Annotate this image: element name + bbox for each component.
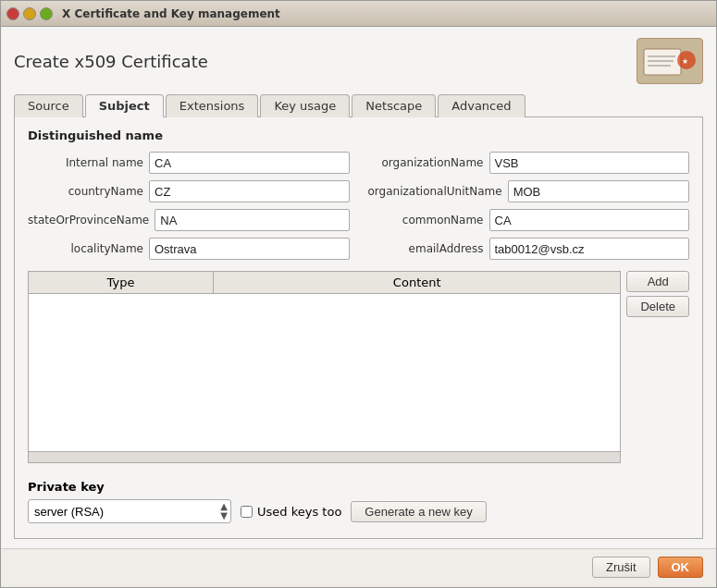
field-row-organizationalunitname: organizationalUnitName	[368, 180, 690, 202]
logo: ★	[637, 38, 703, 84]
table-header: Type Content	[29, 272, 620, 294]
titlebar: X Certificate and Key management	[1, 1, 716, 27]
tab-extensions[interactable]: Extensions	[166, 94, 259, 117]
field-label: commonName	[368, 214, 484, 227]
field-input-countryname[interactable]	[149, 180, 350, 202]
close-button[interactable]	[6, 7, 19, 20]
window-content: Create x509 Certificate ★ SourceSubjectE…	[1, 27, 716, 548]
field-row-internal-name: Internal name	[28, 152, 350, 174]
svg-text:★: ★	[682, 57, 688, 66]
table-actions: Add Delete	[626, 271, 689, 469]
used-keys-checkbox[interactable]	[241, 506, 253, 518]
cancel-button[interactable]: Zrušit	[592, 557, 650, 578]
field-row-countryname: countryName	[28, 180, 350, 202]
page-title: Create x509 Certificate	[14, 52, 208, 71]
private-key-select[interactable]: server (RSA)CA (RSA)client (RSA)	[28, 499, 231, 523]
field-input-internal-name[interactable]	[149, 152, 350, 174]
field-row-stateorprovincename: stateOrProvinceName	[28, 209, 350, 231]
section-title-dn: Distinguished name	[28, 129, 689, 142]
page-title-row: Create x509 Certificate ★	[14, 38, 703, 84]
window-title: X Certificate and Key management	[62, 7, 280, 20]
used-keys-label[interactable]: Used keys too	[241, 505, 341, 519]
generate-key-button[interactable]: Generate a new key	[351, 501, 486, 522]
private-key-section: Private key server (RSA)CA (RSA)client (…	[28, 474, 689, 527]
field-label: countryName	[28, 185, 143, 198]
fields-grid: Internal name organizationName countryNa…	[28, 152, 689, 260]
field-row-organizationname: organizationName	[368, 152, 690, 174]
private-key-title: Private key	[28, 480, 689, 494]
tab-netscape[interactable]: Netscape	[352, 94, 436, 117]
tab-panel-subject: Distinguished name Internal name organiz…	[14, 117, 703, 539]
subject-table: Type Content	[28, 271, 621, 463]
field-input-organizationname[interactable]	[489, 152, 690, 174]
private-key-row: server (RSA)CA (RSA)client (RSA) ▲▼ Used…	[28, 499, 689, 523]
svg-rect-1	[644, 49, 681, 75]
field-label: emailAddress	[368, 242, 484, 255]
field-label: localityName	[28, 242, 143, 255]
field-input-emailaddress[interactable]	[489, 238, 690, 260]
add-button[interactable]: Add	[626, 271, 689, 292]
tab-bar: SourceSubjectExtensionsKey usageNetscape…	[14, 93, 703, 117]
minimize-button[interactable]	[23, 7, 36, 20]
table-scrollbar[interactable]	[29, 451, 620, 462]
tab-source[interactable]: Source	[14, 94, 83, 117]
pk-select-wrapper: server (RSA)CA (RSA)client (RSA) ▲▼	[28, 499, 231, 523]
field-row-emailaddress: emailAddress	[368, 238, 690, 260]
field-input-organizationalunitname[interactable]	[508, 180, 689, 202]
field-row-commonname: commonName	[368, 209, 690, 231]
field-input-stateorprovincename[interactable]	[155, 209, 349, 231]
footer: Zrušit OK	[1, 548, 716, 587]
ok-button[interactable]: OK	[658, 557, 704, 578]
tab-key_usage[interactable]: Key usage	[260, 94, 350, 117]
used-keys-text: Used keys too	[257, 505, 341, 519]
col-content: Content	[214, 272, 620, 293]
maximize-button[interactable]	[40, 7, 53, 20]
window-controls	[6, 7, 53, 20]
field-input-localityname[interactable]	[149, 238, 350, 260]
field-label: organizationalUnitName	[368, 185, 502, 198]
field-label: organizationName	[368, 156, 484, 169]
delete-button[interactable]: Delete	[626, 296, 689, 317]
table-body	[29, 294, 620, 451]
tab-subject[interactable]: Subject	[85, 94, 164, 117]
main-window: X Certificate and Key management Create …	[0, 0, 717, 588]
col-type: Type	[29, 272, 214, 293]
tab-advanced[interactable]: Advanced	[438, 94, 525, 117]
field-label: stateOrProvinceName	[28, 214, 149, 227]
table-area: Type Content Add Delete	[28, 271, 689, 469]
field-label: Internal name	[28, 156, 143, 169]
field-row-localityname: localityName	[28, 238, 350, 260]
field-input-commonname[interactable]	[489, 209, 690, 231]
